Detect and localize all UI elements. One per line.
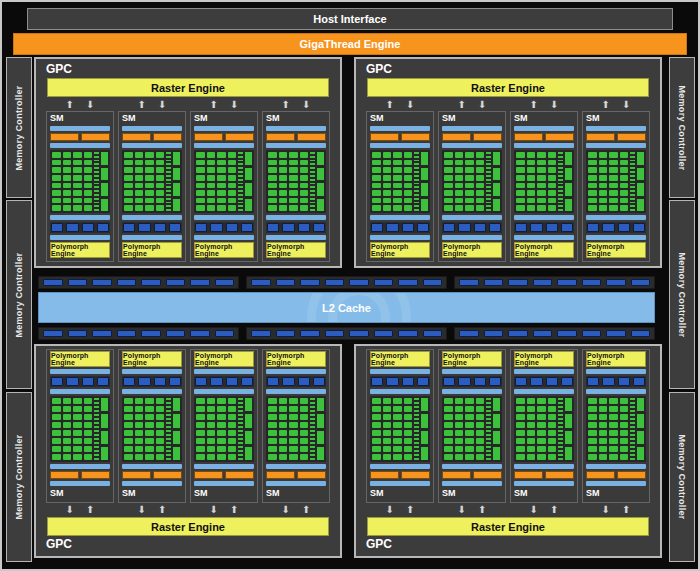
cuda-core — [476, 430, 485, 436]
cuda-core — [620, 183, 629, 189]
arrow-pair: ⬆⬇ — [190, 98, 258, 111]
cuda-core — [279, 160, 288, 166]
core-column — [372, 398, 381, 460]
scheduler-bar — [50, 481, 110, 486]
cuda-core — [537, 414, 546, 420]
cuda-core — [393, 175, 402, 181]
cuda-core — [537, 205, 546, 211]
ldst-unit — [166, 406, 171, 408]
dispatch-unit — [617, 471, 646, 479]
texture-unit — [633, 377, 645, 386]
arrow-pair: ⬇⬆ — [366, 503, 434, 516]
sfu-column — [317, 398, 324, 460]
cuda-core — [135, 454, 144, 460]
ldst-unit — [310, 167, 315, 169]
core-column — [124, 152, 133, 211]
cuda-core — [620, 198, 629, 204]
sfu-unit — [565, 398, 572, 411]
memory-controller-label: Memory Controller — [677, 85, 687, 170]
cuda-core — [156, 406, 165, 412]
gpc-top-right: GPCRaster Engine⬆⬇⬆⬇⬆⬇⬆⬇SMPolymorph Engi… — [354, 57, 662, 268]
ldst-unit — [166, 194, 171, 196]
cuda-core — [52, 430, 61, 436]
cuda-core — [268, 406, 277, 412]
texture-units-row — [586, 222, 646, 233]
cuda-core — [300, 406, 309, 412]
cuda-core — [268, 430, 277, 436]
l2-block — [68, 330, 88, 337]
polymorph-engine: Polymorph Engine — [370, 351, 430, 367]
register-file-bar — [370, 464, 430, 469]
cuda-core — [393, 422, 402, 428]
core-grid — [442, 396, 502, 462]
dispatch-unit — [586, 471, 615, 479]
ldst-unit — [414, 202, 419, 204]
ldst-unit — [630, 410, 635, 412]
l2-block — [423, 279, 443, 286]
sm-unit: Polymorph EngineSM — [118, 349, 186, 503]
register-file-bar — [50, 143, 110, 148]
sfu-column — [637, 152, 644, 211]
texture-unit — [169, 223, 181, 232]
ldst-unit — [238, 434, 243, 436]
dispatch-units-row — [266, 133, 326, 141]
cuda-core — [588, 454, 597, 460]
cuda-core — [383, 160, 392, 166]
dispatch-unit — [50, 133, 79, 141]
cuda-core — [516, 160, 525, 166]
l2-block-group — [246, 276, 447, 289]
cuda-core — [444, 438, 453, 444]
cuda-core — [548, 190, 557, 196]
cuda-core — [372, 152, 381, 158]
cuda-core — [372, 175, 381, 181]
cuda-core — [372, 422, 381, 428]
cuda-core — [599, 205, 608, 211]
ldst-unit — [630, 202, 635, 204]
ldst-unit — [166, 160, 171, 162]
cuda-core — [455, 422, 464, 428]
cuda-core — [196, 205, 205, 211]
cuda-core — [300, 175, 309, 181]
cuda-core — [268, 167, 277, 173]
cuda-core — [289, 454, 298, 460]
ldst-unit — [310, 454, 315, 456]
texture-unit — [474, 223, 486, 232]
l2-block-group — [38, 327, 239, 340]
cuda-core — [289, 167, 298, 173]
cuda-core — [217, 430, 226, 436]
cuda-core — [404, 205, 413, 211]
cuda-core — [228, 446, 237, 452]
cuda-core — [207, 167, 216, 173]
interconnect-bar — [122, 215, 182, 220]
cuda-core — [404, 398, 413, 404]
memory-controller-left-1: Memory Controller — [6, 57, 32, 198]
ldst-unit — [558, 175, 563, 177]
cuda-core — [279, 446, 288, 452]
cuda-core — [404, 190, 413, 196]
scheduler-bar — [370, 481, 430, 486]
sm-label: SM — [514, 488, 574, 499]
texture-unit — [97, 223, 109, 232]
sfu-column — [565, 398, 572, 460]
cuda-core — [393, 198, 402, 204]
texture-unit — [123, 223, 135, 232]
cuda-core — [372, 190, 381, 196]
sfu-unit — [493, 447, 500, 460]
arrow-pair: ⬇⬆ — [118, 503, 186, 516]
dispatch-units-row — [194, 471, 254, 479]
cuda-core — [465, 398, 474, 404]
ldst-unit — [94, 438, 99, 440]
dispatch-unit — [545, 471, 574, 479]
register-file-bar — [370, 143, 430, 148]
memory-controller-right-3: Memory Controller — [669, 392, 695, 562]
cuda-core — [196, 167, 205, 173]
l2-block — [631, 330, 651, 337]
core-column — [527, 152, 536, 211]
texture-unit — [138, 377, 150, 386]
cuda-core — [455, 398, 464, 404]
dispatch-units-row — [50, 471, 110, 479]
l2-block — [300, 279, 320, 286]
cuda-core — [548, 446, 557, 452]
cuda-core — [145, 438, 154, 444]
l2-block — [631, 279, 651, 286]
